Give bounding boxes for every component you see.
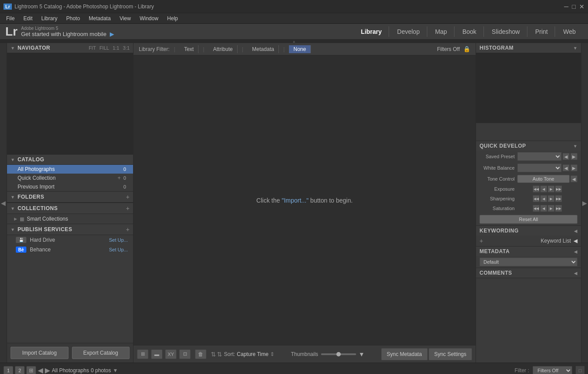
- keyword-add-icon[interactable]: +: [480, 237, 483, 244]
- survey-view-button[interactable]: ⊡: [179, 349, 191, 359]
- quick-develop-header[interactable]: Quick Develop ▼: [476, 141, 581, 151]
- menu-help[interactable]: Help: [163, 13, 183, 23]
- nav-book[interactable]: Book: [455, 26, 484, 37]
- menu-window[interactable]: Window: [135, 13, 163, 23]
- ratio1-option[interactable]: 1:1: [112, 45, 119, 51]
- nav-print[interactable]: Print: [528, 26, 556, 37]
- thumbnails-slider[interactable]: [321, 353, 356, 355]
- import-link[interactable]: "Import...": [281, 197, 308, 204]
- wb-prev[interactable]: ◀: [563, 164, 570, 171]
- mobile-label[interactable]: Get started with Lightroom mobile ▶: [21, 31, 114, 37]
- sort-value[interactable]: Capture Time: [237, 351, 268, 357]
- catalog-item-quick-collection[interactable]: Quick Collection + 0: [7, 174, 133, 182]
- sharpening-dbl-minus[interactable]: ◀◀: [533, 195, 540, 202]
- film-photos-count[interactable]: 0 photos: [91, 367, 111, 374]
- exposure-dbl-minus[interactable]: ◀◀: [533, 185, 540, 192]
- metadata-preset-select[interactable]: Default: [480, 258, 577, 266]
- saved-preset-next[interactable]: ▶: [570, 153, 577, 160]
- sharpening-plus[interactable]: ▶: [548, 195, 555, 202]
- minimize-icon[interactable]: ─: [564, 3, 569, 10]
- sharpening-dbl-plus[interactable]: ▶▶: [555, 195, 562, 202]
- menu-edit[interactable]: Edit: [19, 13, 37, 23]
- ratio2-option[interactable]: 3:1: [123, 45, 130, 51]
- menu-library[interactable]: Library: [37, 13, 62, 23]
- sort-direction-icon[interactable]: ⇕: [270, 351, 274, 357]
- film-page-2[interactable]: 2: [15, 366, 25, 374]
- remove-button[interactable]: 🗑: [195, 349, 206, 359]
- sharpening-minus[interactable]: ◀: [540, 195, 547, 202]
- navigator-header[interactable]: ▼ Navigator FIT FILL 1:1 3:1: [7, 43, 133, 53]
- film-grid-icon[interactable]: ⊞: [26, 366, 36, 374]
- fit-option[interactable]: FIT: [89, 45, 96, 51]
- saved-preset-prev[interactable]: ◀: [563, 153, 570, 160]
- exposure-dbl-plus[interactable]: ▶▶: [555, 185, 562, 192]
- saturation-dbl-minus[interactable]: ◀◀: [533, 205, 540, 212]
- thumbnails-dropdown[interactable]: ▼: [359, 351, 365, 358]
- folders-header[interactable]: ▼ Folders +: [7, 192, 133, 203]
- behance-setup[interactable]: Set Up...: [109, 247, 128, 252]
- maximize-icon[interactable]: □: [572, 3, 576, 10]
- wb-next[interactable]: ▶: [570, 164, 577, 171]
- filter-attribute[interactable]: Attribute: [209, 45, 238, 53]
- menu-photo[interactable]: Photo: [62, 13, 84, 23]
- tone-reset[interactable]: ◀: [570, 175, 577, 182]
- menu-metadata[interactable]: Metadata: [84, 13, 115, 23]
- nav-develop[interactable]: Develop: [390, 26, 427, 37]
- mobile-arrow[interactable]: ▶: [110, 31, 114, 37]
- window-controls[interactable]: ─ □ ✕: [564, 3, 584, 10]
- saturation-dbl-plus[interactable]: ▶▶: [555, 205, 562, 212]
- compare-view-button[interactable]: XY: [165, 349, 177, 359]
- saturation-plus[interactable]: ▶: [548, 205, 555, 212]
- nav-slideshow[interactable]: Slideshow: [485, 26, 527, 37]
- sync-metadata-button[interactable]: Sync Metadata: [381, 348, 428, 360]
- sort-arrows[interactable]: ⇅ ⇅: [211, 351, 222, 358]
- grid-view-button[interactable]: ⊞: [137, 349, 148, 359]
- catalog-item-all-photos[interactable]: All Photographs 0: [7, 165, 133, 174]
- sync-settings-button[interactable]: Sync Settings: [429, 348, 472, 360]
- comments-header[interactable]: Comments ◀: [476, 268, 581, 278]
- film-photos-dropdown[interactable]: ▼: [113, 367, 118, 374]
- film-prev-arrow[interactable]: ◀: [38, 366, 43, 374]
- filter-metadata[interactable]: Metadata: [248, 45, 279, 53]
- reset-all-button[interactable]: Reset All: [480, 215, 577, 224]
- import-catalog-button[interactable]: Import Catalog: [11, 347, 69, 359]
- smart-collections-item[interactable]: ▶ ▦ Smart Collections: [7, 214, 133, 224]
- histogram-header[interactable]: Histogram ▼: [476, 43, 581, 53]
- catalog-header[interactable]: ▼ Catalog: [7, 155, 133, 165]
- hard-drive-setup[interactable]: Set Up...: [109, 237, 128, 243]
- close-icon[interactable]: ✕: [579, 3, 584, 10]
- collections-add-button[interactable]: +: [126, 205, 130, 212]
- quick-collection-plus[interactable]: +: [118, 175, 121, 181]
- auto-tone-button[interactable]: Auto Tone: [517, 175, 570, 183]
- menu-file[interactable]: File: [2, 13, 19, 23]
- publish-services-header[interactable]: ▼ Publish Services +: [7, 224, 133, 235]
- film-page-1[interactable]: 1: [4, 366, 13, 374]
- left-panel-collapse[interactable]: ◀: [0, 43, 7, 363]
- right-panel-collapse[interactable]: ▶: [581, 43, 588, 363]
- keywording-header[interactable]: Keywording ◀: [476, 226, 581, 236]
- nav-web[interactable]: Web: [556, 26, 583, 37]
- collections-header[interactable]: ▼ Collections +: [7, 203, 133, 214]
- top-collapse-handle[interactable]: ▲: [0, 40, 588, 43]
- white-balance-select[interactable]: [517, 163, 562, 172]
- film-next-arrow[interactable]: ▶: [45, 366, 50, 374]
- menu-view[interactable]: View: [115, 13, 135, 23]
- filter-text[interactable]: Text: [180, 45, 198, 53]
- exposure-plus[interactable]: ▶: [548, 185, 555, 192]
- nav-library[interactable]: Library: [354, 26, 389, 37]
- film-filter-select[interactable]: Filters Off: [533, 366, 572, 374]
- publish-add-button[interactable]: +: [126, 226, 130, 233]
- exposure-minus[interactable]: ◀: [540, 185, 547, 192]
- nav-map[interactable]: Map: [428, 26, 455, 37]
- folders-add-button[interactable]: +: [126, 193, 130, 200]
- loupe-view-button[interactable]: ▬: [151, 349, 162, 359]
- catalog-item-previous-import[interactable]: Previous Import 0: [7, 182, 133, 191]
- film-end-icon[interactable]: □: [576, 366, 584, 374]
- filter-lock-icon[interactable]: 🔒: [463, 46, 470, 52]
- metadata-header[interactable]: Metadata ◀: [476, 247, 581, 256]
- export-catalog-button[interactable]: Export Catalog: [72, 347, 130, 359]
- saved-preset-select[interactable]: [517, 152, 562, 161]
- saturation-minus[interactable]: ◀: [540, 205, 547, 212]
- filter-none[interactable]: None: [289, 45, 311, 53]
- fill-option[interactable]: FILL: [99, 45, 109, 51]
